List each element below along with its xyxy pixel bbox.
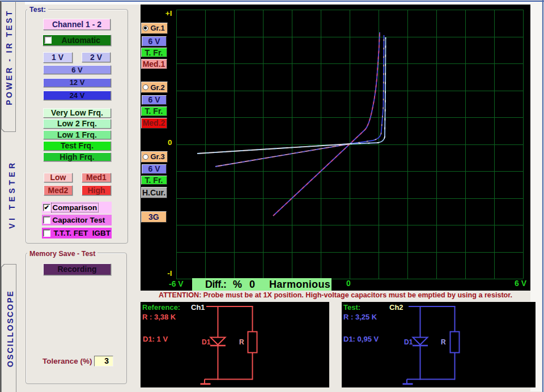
tab-vi-tester-label[interactable]: VI TESTER	[7, 160, 16, 228]
test-panel-display: Test: Ch2 R : 3,25 K D1: 0,95 V D1 R	[342, 302, 536, 387]
level-low-button[interactable]: Low	[44, 173, 73, 183]
diff-value: % 0	[233, 279, 255, 290]
voltage-1v-button[interactable]: 1 V	[43, 52, 73, 63]
gr1-med1-button[interactable]: Med.1	[141, 59, 167, 69]
ttt-fet-igbt-checkbox-row[interactable]: T.T.T. FET IGBT	[42, 228, 112, 238]
capacitor-test-checkbox[interactable]	[43, 216, 50, 224]
diff-label: Diff.:	[205, 279, 226, 290]
gr3-radio-label: Gr.3	[151, 152, 165, 161]
status-bar: Diff.: % 0 Harmonious	[192, 278, 332, 291]
recording-button[interactable]: Recording	[43, 263, 111, 275]
freq-high-button[interactable]: High Frq.	[43, 152, 111, 162]
ttt-fet-igbt-checkbox[interactable]	[43, 229, 50, 237]
axis-minus-i-label: -I	[163, 269, 172, 278]
group2-highlight	[140, 82, 141, 129]
ttt-fet-igbt-label: T.T.T. FET IGBT	[54, 229, 111, 237]
tolerance-input[interactable]: 3	[94, 356, 113, 367]
gr3-6v-button[interactable]: 6 V	[142, 164, 167, 174]
axis-plus-i-label: +I	[163, 9, 172, 18]
3g-button[interactable]: 3G	[141, 211, 167, 223]
gr3-radio-button[interactable]: Gr.3	[141, 151, 168, 163]
tab-oscilloscope-label[interactable]: OSCILLOSCOPE	[6, 290, 15, 367]
voltage-24v-button[interactable]: 24 V	[43, 91, 111, 100]
level-med1-button[interactable]: Med1	[82, 173, 111, 183]
tolerance-label: Tolerance (%)	[42, 357, 92, 365]
tab-strip: POWER - IR TEST VI TESTER OSCILLOSCOPE	[1, 1, 25, 392]
capacitor-test-label: Capacitor Test	[53, 216, 105, 224]
gr1-radio-button[interactable]: Gr.1	[141, 23, 168, 34]
gr2-radio-button[interactable]: Gr.2	[141, 82, 168, 93]
automatic-checkbox[interactable]	[44, 36, 52, 44]
window-right-border	[542, 0, 543, 392]
voltage-2v-button[interactable]: 2 V	[82, 52, 110, 63]
reference-circuit	[141, 302, 329, 387]
test-groupbox-label: Test:	[27, 6, 48, 14]
gr2-6v-button[interactable]: 6 V	[142, 95, 167, 105]
attention-text: ATTENTION: Probe must be at 1X position.…	[141, 291, 530, 299]
gr3-hcur-button[interactable]: H.Cur.	[141, 187, 167, 198]
channel-1-2-button[interactable]: Channel 1 - 2	[43, 19, 110, 30]
harmonious-label: Harmonious	[269, 279, 330, 290]
freq-very-low-button[interactable]: Very Low Frq.	[43, 108, 111, 118]
level-med2-button[interactable]: Med2	[44, 185, 73, 195]
group1-highlight	[140, 23, 141, 70]
test-circuit	[342, 302, 533, 387]
axis-minus-6v-label: -6 V	[169, 279, 184, 288]
gr1-6v-button[interactable]: 6 V	[142, 36, 167, 46]
voltage-6v-button[interactable]: 6 V	[43, 65, 111, 74]
vi-tester-window: { "window": { "bg": "#ebe8e2", "border_b…	[0, 0, 544, 392]
freq-low-1-button[interactable]: Low 1 Frq.	[43, 130, 111, 140]
tab-power-ir-test-label[interactable]: POWER - IR TEST	[5, 9, 14, 105]
freq-test-button[interactable]: Test Frq.	[43, 141, 111, 151]
g3-highlight	[140, 211, 141, 223]
gr3-tfr-button[interactable]: T. Fr.	[141, 176, 167, 185]
comparison-label: Comparison	[52, 203, 99, 212]
axis-6v-label: 6 V	[515, 279, 526, 288]
axis-x-zero-label: 0	[346, 279, 351, 288]
automatic-label: Automatic	[52, 36, 111, 45]
gr1-tfr-button[interactable]: T. Fr.	[141, 48, 167, 57]
capacitor-test-checkbox-row[interactable]: Capacitor Test	[42, 215, 112, 225]
comparison-checkbox-row[interactable]: ✔ Comparison	[42, 202, 112, 214]
level-high-button[interactable]: High	[82, 185, 111, 195]
freq-low-2-button[interactable]: Low 2 Frq.	[43, 119, 111, 129]
gr2-radio[interactable]	[143, 84, 148, 90]
gr2-radio-label: Gr.2	[151, 83, 165, 92]
gr3-radio[interactable]	[143, 154, 148, 160]
scope-display	[141, 5, 530, 291]
axis-zero-label: 0	[163, 138, 172, 147]
memory-save-groupbox-label: Memory Save - Test	[27, 250, 97, 258]
voltage-12v-button[interactable]: 12 V	[43, 78, 111, 87]
gr1-radio[interactable]	[143, 25, 148, 31]
reference-panel: Reference: Ch1 R : 3,38 K D1: 1 V D1 R	[141, 302, 329, 387]
comparison-checkbox[interactable]: ✔	[43, 204, 50, 211]
automatic-button[interactable]: Automatic	[42, 35, 111, 46]
group3-highlight	[140, 151, 141, 198]
gr1-radio-label: Gr.1	[151, 24, 165, 32]
gr2-tfr-button[interactable]: T. Fr.	[141, 106, 167, 116]
tolerance-value: 3	[104, 356, 109, 365]
gr2-med2-button[interactable]: Med.2	[141, 118, 167, 129]
